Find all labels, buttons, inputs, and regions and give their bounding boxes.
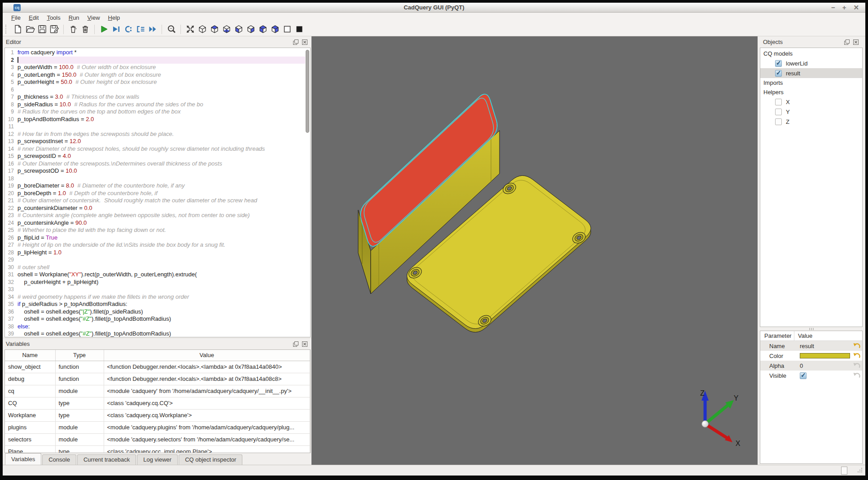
variable-cell: <function Debugger.render.<locals>.<lamb… [104, 361, 310, 373]
titlebar: cq CadQuery GUI (PyQT) − + ✕ [3, 3, 865, 13]
view-top-button[interactable] [208, 23, 220, 35]
zoom-to-fit-button[interactable] [165, 23, 177, 35]
line-number: 20 [5, 190, 18, 197]
editor-scrollbar-thumb[interactable] [306, 50, 309, 133]
variables-column-header[interactable]: Name [5, 350, 55, 361]
variables-float-button[interactable] [292, 340, 299, 347]
tree-group-cq-models[interactable]: CQ models [760, 49, 862, 58]
close-button[interactable]: ✕ [853, 3, 859, 13]
visibility-checkbox[interactable] [775, 118, 782, 125]
objects-panel-title: Objects [763, 39, 841, 45]
tab-cq-object-inspector[interactable]: CQ object inspector [179, 454, 242, 465]
editor-close-button[interactable] [301, 39, 308, 45]
code-editor[interactable]: 1from cadquery import *23p_outerWidth = … [5, 49, 305, 337]
new-script-button[interactable] [12, 23, 24, 35]
variables-column-header[interactable]: Value [104, 350, 310, 361]
menu-file[interactable]: File [7, 13, 25, 22]
axis-label-y: Y [734, 394, 739, 402]
menu-tools[interactable]: Tools [43, 13, 64, 22]
visibility-checkbox[interactable]: ✓ [775, 70, 782, 77]
tab-console[interactable]: Console [42, 454, 76, 465]
code-line: 13p_screwpostInset = 12.0 [5, 138, 305, 145]
code-line: 2 [5, 57, 305, 64]
tab-current-traceback[interactable]: Current traceback [77, 454, 136, 465]
tab-variables[interactable]: Variables [5, 453, 41, 465]
undo-icon[interactable] [852, 352, 861, 360]
maximize-button[interactable]: + [842, 3, 846, 13]
variable-row[interactable]: Planetype<class 'cadquery.occ_impl.geom.… [5, 445, 310, 453]
view-shaded-button[interactable] [293, 23, 305, 35]
visibility-checkbox[interactable] [775, 99, 782, 105]
tree-group-helpers[interactable]: Helpers [760, 87, 862, 97]
parameter-value[interactable]: 0 [800, 362, 803, 369]
minimize-button[interactable]: − [831, 3, 835, 13]
continue-button[interactable] [146, 23, 158, 35]
variable-row[interactable]: selectorsmodule<module 'cadquery.selecto… [5, 433, 310, 445]
3d-viewport[interactable]: Z Y X [311, 36, 758, 465]
toolbar-separator [94, 25, 95, 34]
tree-item-y[interactable]: Y [760, 107, 862, 117]
view-wireframe-button[interactable] [281, 23, 293, 35]
view-iso-button[interactable] [196, 23, 208, 35]
variable-row[interactable]: Workplanetype<class 'cadquery.cq.Workpla… [5, 409, 310, 421]
visibility-checkbox[interactable] [775, 109, 782, 115]
visible-checkbox[interactable]: ✓ [800, 372, 807, 379]
window-title: CadQuery GUI (PyQT) [3, 3, 865, 12]
parameter-label: Name [760, 343, 794, 349]
undo-icon[interactable] [852, 372, 861, 380]
tree-item-z[interactable]: Z [760, 117, 862, 127]
menu-run[interactable]: Run [65, 13, 83, 22]
tree-group-imports[interactable]: Imports [760, 78, 862, 87]
variable-cell: module [55, 421, 104, 433]
undo-icon[interactable] [852, 362, 861, 370]
tree-item-label: X [786, 99, 790, 105]
visibility-checkbox[interactable]: ✓ [775, 60, 782, 67]
tree-item-x[interactable]: X [760, 97, 862, 107]
toolbar-separator [180, 25, 181, 34]
fit-all-button[interactable] [184, 23, 196, 35]
step-button[interactable] [122, 23, 134, 35]
objects-panel: Objects CQ models✓lowerLid✓resultImports… [760, 36, 863, 327]
tree-item-lowerlid[interactable]: ✓lowerLid [760, 58, 862, 68]
open-script-button[interactable] [24, 23, 36, 35]
menu-view[interactable]: View [83, 13, 104, 22]
variable-row[interactable]: pluginsmodule<module 'cadquery.plugins' … [5, 421, 310, 433]
objects-close-button[interactable] [852, 39, 859, 45]
objects-float-button[interactable] [843, 39, 850, 45]
view-left-button[interactable] [257, 23, 269, 35]
parameter-value[interactable]: result [800, 343, 814, 349]
view-bottom-button[interactable] [220, 23, 232, 35]
render-button[interactable] [98, 23, 110, 35]
view-back-button[interactable] [245, 23, 257, 35]
save-script-button[interactable] [36, 23, 48, 35]
toolbar-grip[interactable] [5, 25, 9, 34]
step-into-button[interactable] [134, 23, 146, 35]
variable-row[interactable]: CQtype<class 'cadquery.cq.CQ'> [5, 397, 310, 409]
code-line: 12# How far in from the edges the screwp… [5, 131, 305, 138]
variables-column-header[interactable]: Type [55, 350, 104, 361]
variable-row[interactable]: cqmodule<module 'cadquery' from '/home/a… [5, 385, 310, 397]
save-script-as-button[interactable] [48, 23, 60, 35]
menu-edit[interactable]: Edit [25, 13, 43, 22]
variable-cell: show_object [5, 361, 55, 373]
axis-label-z: Z [700, 389, 705, 397]
tree-item-result[interactable]: ✓result [760, 68, 862, 78]
debug-button[interactable] [110, 23, 122, 35]
undo-icon[interactable] [852, 342, 861, 350]
variable-row[interactable]: debugfunction<function Debugger.render.<… [5, 373, 310, 385]
right-splitter[interactable] [760, 327, 863, 331]
editor-float-button[interactable] [292, 39, 299, 45]
variables-close-button[interactable] [301, 340, 308, 347]
color-swatch[interactable] [800, 353, 850, 358]
size-grip[interactable] [856, 467, 863, 474]
view-front-button[interactable] [232, 23, 245, 35]
clear-objects-button[interactable] [67, 23, 79, 35]
line-number: 13 [5, 138, 18, 145]
delete-objects-button[interactable] [79, 23, 91, 35]
menu-help[interactable]: Help [104, 13, 124, 22]
tab-log-viewer[interactable]: Log viewer [137, 454, 178, 465]
variable-row[interactable]: show_objectfunction<function Debugger.re… [5, 361, 310, 373]
3d-canvas[interactable]: Z Y X [311, 36, 758, 465]
parameter-panel: Parameter Value NameresultColorAlpha0Vis… [760, 331, 863, 464]
view-right-button[interactable] [269, 23, 281, 35]
